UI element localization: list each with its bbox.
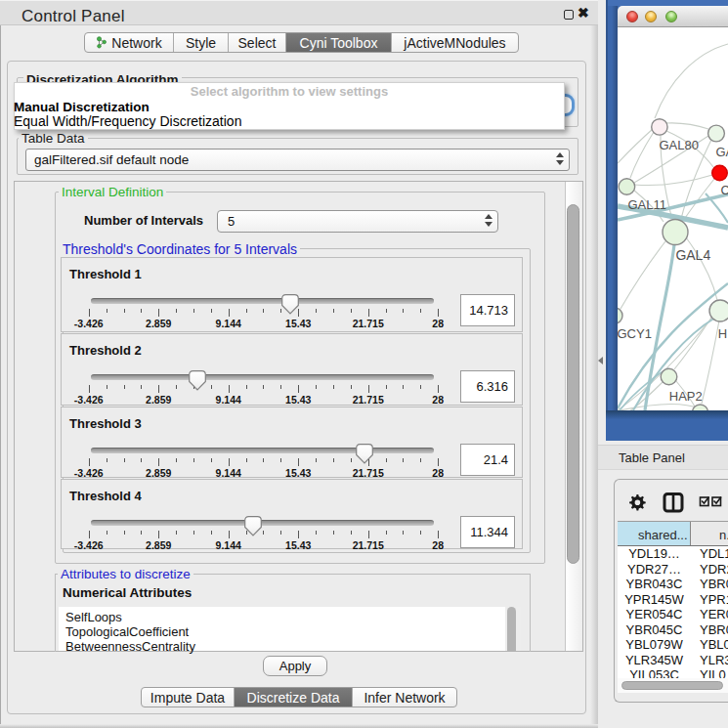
svg-text:GAL4: GAL4 xyxy=(675,247,710,263)
svg-text:H: H xyxy=(718,326,727,341)
svg-text:CY: CY xyxy=(721,183,728,197)
svg-text:GAL11: GAL11 xyxy=(628,197,667,212)
svg-text:GAL7: GAL7 xyxy=(716,145,728,159)
svg-text:HAP2: HAP2 xyxy=(669,389,703,404)
svg-text:GCY1: GCY1 xyxy=(618,326,652,341)
svg-text:GAL80: GAL80 xyxy=(660,138,699,152)
